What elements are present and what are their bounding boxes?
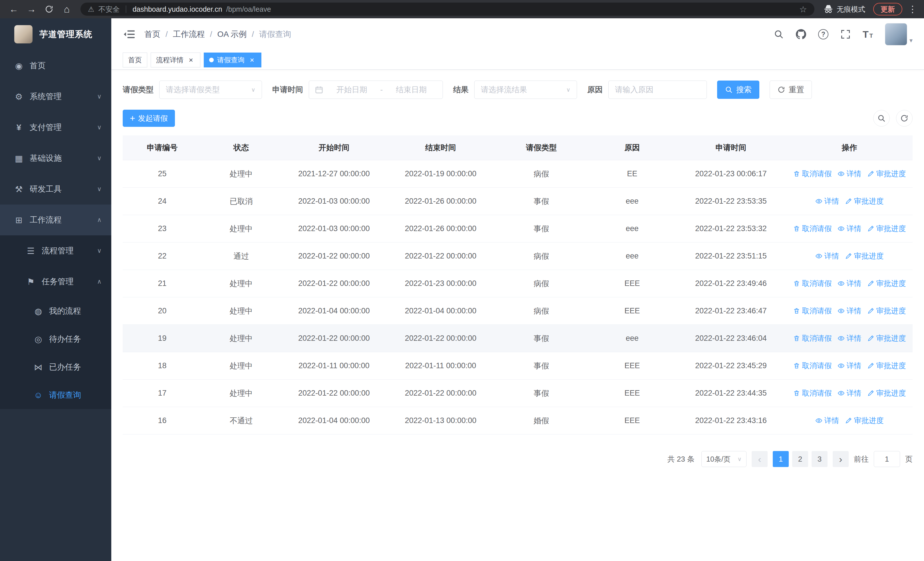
goto-label: 前往 (854, 454, 868, 464)
plus-icon (130, 114, 135, 123)
prev-page-button[interactable] (752, 451, 768, 467)
cancel-leave-link[interactable]: 取消请假 (793, 224, 832, 234)
browser-chrome: 不安全 dashboard.yudao.iocoder.cn/bpm/oa/le… (0, 0, 924, 18)
approval-progress-link[interactable]: 审批进度 (867, 169, 906, 179)
approval-progress-link[interactable]: 审批进度 (867, 333, 906, 343)
cancel-leave-link[interactable]: 取消请假 (793, 333, 832, 343)
result-select[interactable]: 请选择流结果 (474, 81, 577, 99)
detail-link[interactable]: 详情 (815, 196, 839, 206)
cell-id: 19 (123, 325, 202, 352)
apply-time-range-picker[interactable]: 开始日期 - 结束日期 (309, 81, 443, 99)
reload-icon[interactable] (41, 1, 57, 17)
sidebar-menu-item[interactable]: 支付管理 (0, 112, 111, 143)
sidebar-menu-item[interactable]: 任务管理 (0, 266, 111, 297)
refresh-icon (777, 86, 785, 94)
bookmark-star-icon[interactable] (799, 4, 807, 14)
column-header: 开始时间 (281, 135, 387, 160)
page-number-button[interactable]: 2 (792, 451, 808, 467)
reset-button[interactable]: 重置 (770, 81, 812, 99)
detail-link[interactable]: 详情 (837, 278, 861, 289)
detail-link[interactable]: 详情 (837, 361, 861, 371)
home-icon[interactable] (59, 1, 75, 17)
sidebar-menu-item[interactable]: 待办任务 (0, 325, 111, 353)
github-icon[interactable] (796, 29, 806, 39)
breadcrumb-item[interactable]: 工作流程 (160, 29, 205, 40)
forward-icon[interactable] (23, 1, 39, 17)
cell-apply-time: 2022-01-22 23:44:35 (676, 380, 786, 407)
page-size-select[interactable]: 10条/页 (701, 451, 747, 467)
cell-actions: 详情 审批进度 (786, 242, 913, 270)
cell-id: 24 (123, 188, 202, 215)
detail-link[interactable]: 详情 (815, 251, 839, 261)
sidebar-menu-item[interactable]: 工作流程 (0, 205, 111, 235)
search-button[interactable]: 搜索 (717, 81, 759, 99)
approval-progress-link[interactable]: 审批进度 (867, 306, 906, 316)
sidebar-collapse-icon[interactable] (123, 28, 136, 41)
sidebar-menu-item[interactable]: 请假查询 (0, 381, 111, 409)
eye-icon (837, 362, 844, 369)
refresh-icon[interactable] (896, 110, 913, 126)
reason-input[interactable] (608, 81, 707, 99)
detail-link[interactable]: 详情 (837, 306, 861, 316)
approval-progress-link[interactable]: 审批进度 (845, 196, 884, 206)
cell-actions: 取消请假 详情 审批进度 (786, 325, 913, 352)
breadcrumb-item[interactable]: 请假查询 (246, 29, 291, 40)
breadcrumb-item[interactable]: OA 示例 (205, 29, 246, 40)
approval-progress-link[interactable]: 审批进度 (845, 251, 884, 261)
cell-actions: 详情 审批进度 (786, 407, 913, 434)
detail-link[interactable]: 详情 (837, 224, 861, 234)
sidebar-menu-item[interactable]: 已办任务 (0, 353, 111, 381)
tab-close-icon[interactable] (248, 56, 256, 64)
user-menu[interactable] (885, 23, 913, 45)
leave-type-select[interactable]: 请选择请假类型 (159, 81, 262, 99)
detail-link[interactable]: 详情 (837, 388, 861, 398)
tab[interactable]: 首页 (123, 53, 147, 68)
result-placeholder: 请选择流结果 (481, 84, 527, 95)
cell-reason: EEE (589, 407, 675, 434)
sidebar-menu-item[interactable]: 首页 (0, 50, 111, 81)
page-number-button[interactable]: 3 (812, 451, 828, 467)
search-icon[interactable] (774, 29, 784, 39)
cancel-leave-link[interactable]: 取消请假 (793, 361, 832, 371)
tab[interactable]: 流程详情 (151, 53, 200, 68)
tab-close-icon[interactable] (187, 56, 195, 64)
back-icon[interactable] (6, 1, 22, 17)
browser-menu-icon[interactable] (907, 4, 918, 15)
sidebar-menu-item[interactable]: 流程管理 (0, 235, 111, 266)
approval-progress-link[interactable]: 审批进度 (867, 361, 906, 371)
cancel-leave-link[interactable]: 取消请假 (793, 278, 832, 289)
address-bar[interactable]: 不安全 dashboard.yudao.iocoder.cn/bpm/oa/le… (81, 3, 814, 16)
trash-icon (793, 307, 800, 314)
help-icon[interactable] (818, 29, 828, 39)
approval-progress-link[interactable]: 审批进度 (845, 416, 884, 426)
sidebar-menu-item[interactable]: 系统管理 (0, 81, 111, 112)
update-button[interactable]: 更新 (873, 3, 902, 15)
search-toggle-icon[interactable] (873, 110, 890, 126)
detail-link[interactable]: 详情 (815, 416, 839, 426)
breadcrumb-item[interactable]: 首页 (144, 29, 160, 40)
cancel-leave-link[interactable]: 取消请假 (793, 169, 832, 179)
sidebar-menu-item[interactable]: 研发工具 (0, 174, 111, 205)
menu-item-label: 我的流程 (49, 305, 81, 316)
detail-link[interactable]: 详情 (837, 333, 861, 343)
cell-reason: EE (589, 160, 675, 187)
fullscreen-icon[interactable] (840, 29, 850, 39)
create-leave-button[interactable]: 发起请假 (123, 110, 175, 127)
breadcrumb: 首页 工作流程 OA 示例 请假查询 (144, 29, 291, 40)
next-page-button[interactable] (832, 451, 849, 467)
approval-progress-link[interactable]: 审批进度 (867, 224, 906, 234)
cancel-leave-link[interactable]: 取消请假 (793, 388, 832, 398)
workflow-icon (12, 215, 25, 225)
detail-link[interactable]: 详情 (837, 169, 861, 179)
page-number-button[interactable]: 1 (773, 451, 789, 467)
cell-leave-type: 事假 (494, 325, 589, 352)
sidebar-menu-item[interactable]: 基础设施 (0, 143, 111, 174)
cancel-leave-link[interactable]: 取消请假 (793, 306, 832, 316)
approval-progress-link[interactable]: 审批进度 (867, 278, 906, 289)
tab-bar: 首页 流程详情 请假查询 (111, 50, 924, 70)
approval-progress-link[interactable]: 审批进度 (867, 388, 906, 398)
goto-page-input[interactable] (874, 451, 900, 467)
sidebar-menu-item[interactable]: 我的流程 (0, 297, 111, 325)
font-size-icon[interactable] (862, 29, 873, 40)
tab[interactable]: 请假查询 (204, 53, 261, 68)
